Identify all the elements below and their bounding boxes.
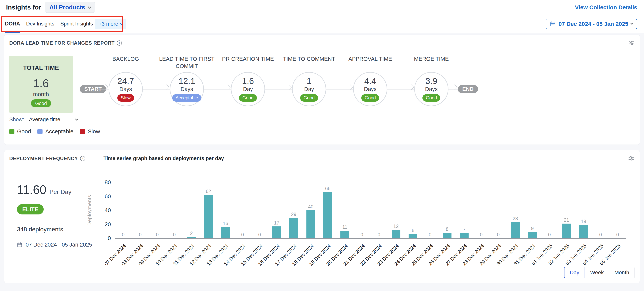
bar-slot: 0 <box>353 182 370 238</box>
tabs-row: DORA Dev Insights Sprint Insights +3 mor… <box>0 15 644 33</box>
bar-slot: 17 <box>268 182 285 238</box>
deployment-bar[interactable] <box>221 227 230 238</box>
product-selector[interactable]: All Products <box>45 2 95 13</box>
flow-arrow <box>326 89 353 90</box>
date-range-picker[interactable]: 07 Dec 2024 - 05 Jan 2025 <box>546 19 637 29</box>
lead-time-card-title: DORA LEAD TIME FOR CHANGES REPORT <box>9 40 114 46</box>
calendar-icon <box>17 242 22 248</box>
flow-arrow <box>265 89 292 90</box>
y-axis-title: Deployments <box>86 195 92 226</box>
show-label: Show: <box>9 116 24 123</box>
deployment-rate: 11.60 Per Day <box>17 184 94 196</box>
deployment-bar[interactable] <box>340 231 349 238</box>
bar-slot: 0 <box>149 182 166 238</box>
info-icon[interactable] <box>117 41 122 46</box>
stage-label: LEAD TIME TO FIRST COMMIT <box>158 55 215 70</box>
stage-badge: Good <box>300 94 318 102</box>
bar-slot: 0 <box>115 182 132 238</box>
stage-node-acceptable: 12.1DaysAcceptable <box>170 72 204 106</box>
stage-unit: Days <box>120 86 132 92</box>
deployment-bar[interactable] <box>460 233 468 238</box>
info-icon[interactable] <box>80 156 85 161</box>
granularity-month-button[interactable]: Month <box>609 267 635 278</box>
bar-value-label: 19 <box>581 219 586 224</box>
show-dropdown[interactable]: Show: Average time <box>9 116 78 123</box>
bar-value-label: 0 <box>497 232 500 237</box>
deployment-bar[interactable] <box>528 232 537 238</box>
deployment-bar[interactable] <box>204 195 213 238</box>
stage-value: 1 <box>306 77 311 86</box>
granularity-week-button[interactable]: Week <box>585 267 609 278</box>
bar-slot: 8 <box>438 182 456 238</box>
bar-slot: 62 <box>200 182 217 238</box>
total-time-badge: Good <box>31 99 51 107</box>
page-title: Insights for <box>6 4 41 11</box>
bar-value-label: 0 <box>616 232 619 237</box>
x-axis-labels: 07 Dec 202408 Dec 202409 Dec 202410 Dec … <box>115 241 626 269</box>
deployment-bar[interactable] <box>408 234 417 238</box>
bar-value-label: 62 <box>206 189 211 194</box>
bar-slot: 2 <box>183 182 200 238</box>
stage-unit: Days <box>425 86 438 92</box>
bar-value-label: 0 <box>156 232 159 237</box>
bar-value-label: 17 <box>274 220 279 225</box>
total-time-box: TOTAL TIME 1.6 month Good <box>9 56 73 113</box>
lead-time-card: DORA LEAD TIME FOR CHANGES REPORT TOTAL … <box>4 35 640 145</box>
rate-unit: Per Day <box>49 188 72 195</box>
bar-value-label: 0 <box>429 232 431 237</box>
y-tick-label: 0 <box>96 235 111 241</box>
bar-value-label: 11 <box>342 225 347 229</box>
bar-slot: 40 <box>302 182 319 238</box>
acceptable-swatch <box>38 129 42 134</box>
bar-slot: 21 <box>558 182 575 238</box>
bar-slot: 12 <box>388 182 404 238</box>
deployment-bar[interactable] <box>562 224 571 238</box>
more-tabs-button[interactable]: +3 more <box>95 19 126 29</box>
bar-value-label: 7 <box>463 227 466 232</box>
bar-slot: 29 <box>285 182 302 238</box>
flow-arrow <box>96 89 108 90</box>
view-collection-details-link[interactable]: View Collection Details <box>575 4 637 11</box>
bar-value-label: 0 <box>378 232 380 237</box>
bar-value-label: 9 <box>531 226 534 231</box>
bar-value-label: 0 <box>360 232 363 237</box>
legend-label: Good <box>17 128 31 135</box>
deployment-bar[interactable] <box>272 226 281 238</box>
bar-value-label: 12 <box>394 224 399 229</box>
deployment-bar[interactable] <box>187 237 196 238</box>
tab-dora[interactable]: DORA <box>5 15 20 33</box>
deployment-bar[interactable] <box>289 218 298 238</box>
lead-time-title-row: DORA LEAD TIME FOR CHANGES REPORT <box>9 39 635 47</box>
deployment-bar[interactable] <box>323 192 332 238</box>
header-row: Insights for All Products View Collectio… <box>0 0 644 15</box>
flow-arrow <box>204 89 231 90</box>
top-band: Insights for All Products View Collectio… <box>0 0 644 33</box>
tab-sprint-insights[interactable]: Sprint Insights <box>60 15 93 33</box>
bar-slot: 0 <box>422 182 438 238</box>
chevron-down-icon <box>88 5 91 8</box>
bar-value-label: 0 <box>599 232 602 237</box>
bar-slot: 9 <box>524 182 541 238</box>
bar-slot: 66 <box>319 182 336 238</box>
deployment-stats: 11.60 Per Day ELITE 348 deployments 07 D… <box>9 162 94 279</box>
deployment-bar[interactable] <box>443 233 452 238</box>
lead-time-flow: TOTAL TIME 1.6 month Good STARTBACKLOG24… <box>9 55 635 116</box>
bar-value-label: 0 <box>480 232 482 237</box>
chart-settings-icon[interactable] <box>628 155 635 162</box>
bar-slot: 0 <box>370 182 388 238</box>
deployment-bar[interactable] <box>392 230 400 238</box>
flow-arrow <box>387 89 414 90</box>
stage-value: 4.4 <box>364 77 376 86</box>
stage-label: APPROVAL TIME <box>342 55 399 63</box>
granularity-day-button[interactable]: Day <box>564 267 585 278</box>
tab-dev-insights[interactable]: Dev Insights <box>26 15 54 33</box>
deployment-bar[interactable] <box>306 210 315 238</box>
legend-label: Acceptable <box>45 128 73 135</box>
x-tick: 05 Jan 2025 <box>609 241 626 269</box>
deployment-bar[interactable] <box>511 222 520 238</box>
bar-slot: 0 <box>234 182 251 238</box>
date-range-label: 07 Dec 2024 - 05 Jan 2025 <box>558 21 628 27</box>
chart-settings-icon[interactable] <box>628 40 635 46</box>
deployment-bar[interactable] <box>579 225 588 238</box>
chevron-down-icon <box>75 117 78 120</box>
